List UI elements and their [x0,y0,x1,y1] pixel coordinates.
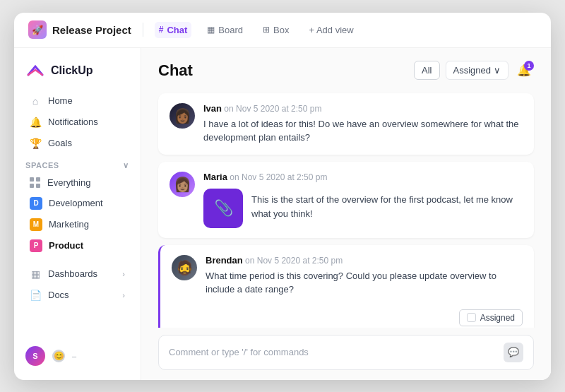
main-layout: ClickUp ⌂ Home 🔔 Notifications 🏆 Goals S… [14,48,551,380]
send-icon[interactable]: 💬 [504,343,523,362]
message-with-attachment: 📎 This is the start of the overview for … [203,186,523,228]
bell-icon: 🔔 [517,64,531,77]
logo: ClickUp [14,55,141,90]
chat-messages: 👩🏾 Ivan on Nov 5 2020 at 2:50 pm I have … [141,88,551,328]
user-status: – [72,352,76,360]
dashboards-icon: ▦ [30,268,41,280]
assigned-button[interactable]: Assigned [459,309,523,326]
message-maria: 👩🏽 Maria on Nov 5 2020 at 2:50 pm 📎 This… [158,162,534,238]
sidebar-space-development[interactable]: D Development [18,193,136,214]
sidebar-footer: S 😊 – [14,339,141,373]
sidebar-item-home[interactable]: ⌂ Home [18,90,136,112]
clickup-logo-icon [25,61,45,81]
divider [143,23,143,37]
filter-all-button[interactable]: All [414,61,439,80]
home-icon: ⌂ [30,95,41,107]
docs-chevron-icon: › [122,291,125,299]
sidebar-item-docs[interactable]: 📄 Docs › [18,285,136,306]
marketing-space-dot: M [30,218,42,231]
filter-assigned-button[interactable]: Assigned ∨ [446,61,509,80]
author-ivan: Ivan [203,103,222,114]
content-area: Chat All Assigned ∨ 🔔 👩🏾 [141,48,551,380]
avatar-brendan: 🧔 [172,255,197,280]
top-bar: 🚀 Release Project # Chat ▦ Board ⊞ Box +… [14,13,551,48]
author-brendan: Brendan [206,255,243,266]
sidebar-space-product[interactable]: P Product [18,235,136,256]
assigned-checkbox [467,313,476,322]
docs-icon: 📄 [30,290,41,301]
app-window: 🚀 Release Project # Chat ▦ Board ⊞ Box +… [14,13,551,380]
message-ivan: 👩🏾 Ivan on Nov 5 2020 at 2:50 pm I have … [158,93,534,155]
comment-input-area[interactable]: Comment or type '/' for commands 💬 [158,335,534,370]
sidebar: ClickUp ⌂ Home 🔔 Notifications 🏆 Goals S… [14,48,141,380]
comment-placeholder: Comment or type '/' for commands [169,347,309,357]
comment-bar: Comment or type '/' for commands 💬 [141,328,551,380]
author-maria: Maria [203,172,227,182]
page-title: Chat [158,61,193,80]
attachment-icon[interactable]: 📎 [203,189,243,228]
message-meta-brendan: Brendan on Nov 5 2020 at 2:50 pm [206,255,523,266]
notification-bell-button[interactable]: 🔔 [514,61,534,81]
development-space-dot: D [30,197,42,210]
goals-icon: 🏆 [30,138,41,149]
tab-chat[interactable]: # Chat [155,22,192,38]
add-view-button[interactable]: + Add view [304,22,357,38]
project-name: 🚀 Release Project [28,20,131,39]
avatar-ivan: 👩🏾 [170,103,195,129]
project-title: Release Project [52,24,131,36]
message-body-maria: Maria on Nov 5 2020 at 2:50 pm 📎 This is… [203,172,523,228]
content-header: Chat All Assigned ∨ 🔔 [141,48,551,88]
message-text-maria: This is the start of the overview for th… [251,193,523,220]
message-meta-ivan: Ivan on Nov 5 2020 at 2:50 pm [203,103,523,114]
filter-row: All Assigned ∨ 🔔 [414,61,534,81]
sidebar-item-notifications[interactable]: 🔔 Notifications [18,112,136,133]
spaces-section: Spaces ∨ [14,154,141,173]
message-text-brendan: What time period is this covering? Could… [206,269,523,297]
board-icon: ▦ [207,25,215,35]
box-icon: ⊞ [263,25,270,35]
spaces-chevron-icon[interactable]: ∨ [123,161,129,170]
sidebar-space-marketing[interactable]: M Marketing [18,214,136,235]
sidebar-space-everything[interactable]: Everything [18,173,136,193]
product-space-dot: P [30,239,42,252]
avatar-maria: 👩🏽 [170,172,195,197]
user-avatar[interactable]: S [25,346,45,366]
everything-icon [30,177,41,189]
message-meta-maria: Maria on Nov 5 2020 at 2:50 pm [203,172,523,182]
user-avatar-secondary: 😊 [51,348,66,364]
tab-board[interactable]: ▦ Board [203,22,247,38]
hash-icon: # [159,25,164,35]
message-body-brendan: Brendan on Nov 5 2020 at 2:50 pm What ti… [206,255,523,326]
bell-icon: 🔔 [30,117,41,128]
message-text-ivan: I have a lot of ideas for this! Do we ha… [203,117,523,145]
sidebar-item-goals[interactable]: 🏆 Goals [18,133,136,154]
sidebar-item-dashboards[interactable]: ▦ Dashboards › [18,263,136,285]
dropdown-chevron-icon: ∨ [494,65,501,76]
message-body-ivan: Ivan on Nov 5 2020 at 2:50 pm I have a l… [203,103,523,145]
dashboards-chevron-icon: › [122,270,125,278]
project-icon: 🚀 [28,20,47,39]
tab-box[interactable]: ⊞ Box [258,22,293,38]
message-brendan: 🧔 Brendan on Nov 5 2020 at 2:50 pm What … [158,245,534,328]
